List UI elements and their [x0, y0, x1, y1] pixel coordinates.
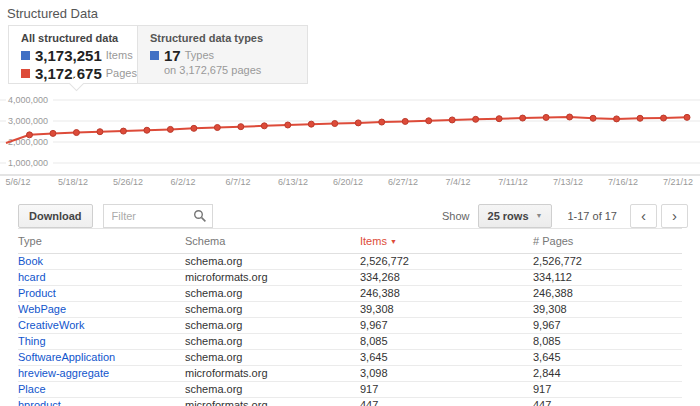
- svg-text:6/2/12: 6/2/12: [170, 177, 195, 187]
- chevron-down-icon: ▼: [536, 212, 543, 219]
- previous-page-button[interactable]: ‹: [630, 204, 657, 228]
- items-cell: 39,308: [360, 302, 533, 318]
- pages-cell: 39,308: [533, 302, 682, 318]
- pagination-range: 1-17 of 17: [567, 210, 617, 222]
- table-row: hcardmicroformats.org334,268334,112: [18, 270, 682, 286]
- items-metric: 3,173,251 Items: [21, 47, 125, 64]
- column-header-schema[interactable]: Schema: [185, 229, 360, 254]
- type-link[interactable]: CreativeWork: [18, 319, 84, 331]
- rows-per-page-dropdown[interactable]: 25 rows ▼: [478, 204, 553, 228]
- table-row: Bookschema.org2,526,7722,526,772: [18, 254, 682, 270]
- pages-cell: 917: [533, 382, 682, 398]
- table-body: Bookschema.org2,526,7722,526,772hcardmic…: [18, 254, 682, 406]
- blue-legend-square-icon: [150, 51, 159, 60]
- svg-text:3,000,000: 3,000,000: [8, 116, 48, 126]
- table-row: hreview-aggregatemicroformats.org3,0982,…: [18, 366, 682, 382]
- column-header-type[interactable]: Type: [18, 229, 185, 254]
- page-title: Structured Data: [7, 6, 700, 21]
- column-header-items[interactable]: Items▼: [360, 229, 533, 254]
- chevron-left-icon: ‹: [641, 207, 646, 224]
- schema-cell: schema.org: [185, 334, 360, 350]
- svg-text:4,000,000: 4,000,000: [8, 95, 48, 105]
- schema-cell: schema.org: [185, 382, 360, 398]
- items-cell: 3,645: [360, 350, 533, 366]
- type-link[interactable]: SoftwareApplication: [18, 351, 115, 363]
- schema-cell: microformats.org: [185, 366, 360, 382]
- table-row: CreativeWorkschema.org9,9679,967: [18, 318, 682, 334]
- svg-text:7/16/12: 7/16/12: [608, 177, 638, 187]
- card-title: Structured data types: [150, 32, 295, 45]
- items-cell: 246,388: [360, 286, 533, 302]
- types-unit-label: Types: [185, 47, 214, 64]
- svg-text:5/6/12: 5/6/12: [5, 177, 30, 187]
- svg-text:7/21/12: 7/21/12: [663, 177, 693, 187]
- rows-per-page-value: 25 rows: [488, 210, 529, 222]
- types-metric: 17 Types: [150, 47, 295, 64]
- next-page-button[interactable]: ›: [661, 204, 688, 228]
- schema-cell: schema.org: [185, 254, 360, 270]
- card-title: All structured data: [21, 32, 125, 45]
- filter-field-wrap: [103, 204, 213, 228]
- items-cell: 2,526,772: [360, 254, 533, 270]
- svg-text:5/18/12: 5/18/12: [58, 177, 88, 187]
- pages-cell: 447: [533, 398, 682, 406]
- table-toolbar: Download Show 25 rows ▼ 1-17 of 17 ‹ ›: [0, 203, 700, 228]
- summary-panel: All structured data 3,173,251 Items 3,17…: [8, 25, 308, 84]
- blue-legend-square-icon: [21, 51, 30, 60]
- pages-cell: 3,645: [533, 350, 682, 366]
- schema-cell: microformats.org: [185, 398, 360, 406]
- pages-cell: 2,526,772: [533, 254, 682, 270]
- type-link[interactable]: Place: [18, 383, 46, 395]
- summary-card-all-structured-data[interactable]: All structured data 3,173,251 Items 3,17…: [9, 26, 137, 83]
- items-cell: 447: [360, 398, 533, 406]
- items-cell: 917: [360, 382, 533, 398]
- items-count: 3,173,251: [35, 47, 102, 64]
- schema-cell: microformats.org: [185, 270, 360, 286]
- chart-area: 4,000,0003,000,0002,000,0001,000,0005/6/…: [0, 93, 700, 191]
- items-unit-label: Items: [106, 47, 133, 64]
- show-label: Show: [442, 210, 470, 222]
- svg-text:7/11/12: 7/11/12: [498, 177, 527, 187]
- items-cell: 3,098: [360, 366, 533, 382]
- pager: ‹ ›: [630, 204, 688, 228]
- schema-cell: schema.org: [185, 318, 360, 334]
- pages-count: 3,172,675: [35, 65, 102, 82]
- items-cell: 334,268: [360, 270, 533, 286]
- svg-text:5/26/12: 5/26/12: [113, 177, 143, 187]
- schema-cell: schema.org: [185, 302, 360, 318]
- table-header-row: Type Schema Items▼ # Pages: [18, 229, 682, 254]
- sort-descending-icon: ▼: [390, 238, 397, 245]
- svg-text:6/7/12: 6/7/12: [225, 177, 250, 187]
- types-subtext: on 3,172,675 pages: [164, 64, 295, 77]
- type-link[interactable]: Book: [18, 255, 43, 267]
- types-count: 17: [164, 47, 181, 64]
- svg-text:7/13/12: 7/13/12: [553, 177, 583, 187]
- column-header-pages[interactable]: # Pages: [533, 229, 682, 254]
- items-cell: 8,085: [360, 334, 533, 350]
- type-link[interactable]: WebPage: [18, 303, 66, 315]
- type-link[interactable]: Thing: [18, 335, 46, 347]
- structured-data-line-chart: 4,000,0003,000,0002,000,0001,000,0005/6/…: [0, 93, 700, 189]
- type-link[interactable]: hcard: [18, 271, 46, 283]
- download-button[interactable]: Download: [18, 204, 93, 228]
- red-legend-square-icon: [21, 69, 30, 78]
- chevron-right-icon: ›: [672, 207, 677, 224]
- structured-data-table: Type Schema Items▼ # Pages Bookschema.or…: [18, 228, 682, 406]
- svg-text:6/20/12: 6/20/12: [333, 177, 363, 187]
- pages-cell: 334,112: [533, 270, 682, 286]
- table-row: hproductmicroformats.org447447: [18, 398, 682, 406]
- type-link[interactable]: Product: [18, 287, 56, 299]
- schema-cell: schema.org: [185, 286, 360, 302]
- search-icon: [193, 209, 207, 223]
- svg-text:6/27/12: 6/27/12: [388, 177, 418, 187]
- svg-text:6/13/12: 6/13/12: [278, 177, 308, 187]
- svg-text:7/4/12: 7/4/12: [445, 177, 470, 187]
- schema-cell: schema.org: [185, 350, 360, 366]
- type-link[interactable]: hproduct: [18, 399, 61, 406]
- summary-card-structured-data-types[interactable]: Structured data types 17 Types on 3,172,…: [137, 26, 307, 83]
- type-link[interactable]: hreview-aggregate: [18, 367, 109, 379]
- pages-cell: 2,844: [533, 366, 682, 382]
- table-row: SoftwareApplicationschema.org3,6453,645: [18, 350, 682, 366]
- svg-text:1,000,000: 1,000,000: [8, 158, 48, 168]
- table-row: WebPageschema.org39,30839,308: [18, 302, 682, 318]
